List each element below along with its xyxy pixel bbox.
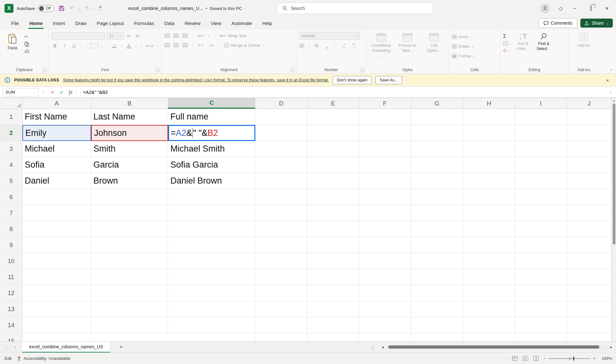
cell-E4[interactable] — [307, 157, 359, 173]
copy-button[interactable]: ⌄ — [24, 42, 33, 47]
font-name-combo[interactable]: ⌄ — [51, 32, 105, 40]
zoom-slider[interactable]: − + — [544, 356, 595, 361]
fill-color-icon[interactable]: ◇ — [111, 42, 118, 49]
cell-F13[interactable] — [359, 301, 411, 317]
collapse-ribbon-chevron[interactable]: ⌄ — [610, 67, 613, 71]
increase-indent-icon[interactable]: ⇥≡ — [208, 42, 215, 49]
cell-H4[interactable] — [463, 157, 515, 173]
cell-G14[interactable] — [411, 317, 463, 333]
vertical-scrollbar[interactable]: ▲ — [612, 98, 616, 341]
cell-I12[interactable] — [515, 285, 567, 301]
horizontal-scrollbar[interactable]: ◄ ► — [381, 344, 613, 350]
cell-I3[interactable] — [515, 141, 567, 157]
save-as-button[interactable]: Save As... — [375, 76, 402, 84]
cell-A9[interactable] — [22, 237, 91, 253]
insert-cells-button[interactable]: ⊞Insert⌄ — [452, 33, 475, 41]
cell-D1[interactable] — [255, 109, 307, 125]
cell-I10[interactable] — [515, 253, 567, 269]
cell-D13[interactable] — [255, 301, 307, 317]
cell-E7[interactable] — [307, 205, 359, 221]
decrease-font-icon[interactable]: A˅ — [135, 32, 142, 39]
insert-function-chevron[interactable]: ⌄ — [75, 91, 78, 94]
cell-G3[interactable] — [411, 141, 463, 157]
cell-I6[interactable] — [515, 189, 567, 205]
cell-F9[interactable] — [359, 237, 411, 253]
cell-C14[interactable] — [168, 317, 255, 333]
cell-G9[interactable] — [411, 237, 463, 253]
increase-decimal-icon[interactable]: ←.0.00 — [340, 42, 347, 49]
cell-D12[interactable] — [255, 285, 307, 301]
cell-I7[interactable] — [515, 205, 567, 221]
row-header-5[interactable]: 5 — [0, 173, 22, 189]
clear-formats-icon[interactable]: abcA — [145, 42, 153, 49]
expand-formula-bar-chevron[interactable]: ⌄ — [609, 90, 616, 94]
cell-I8[interactable] — [515, 221, 567, 237]
cell-B7[interactable] — [91, 205, 168, 221]
cell-G6[interactable] — [411, 189, 463, 205]
cell-B14[interactable] — [91, 317, 168, 333]
cell-H14[interactable] — [463, 317, 515, 333]
tab-view[interactable]: View — [207, 18, 225, 29]
align-left-icon[interactable] — [164, 43, 170, 47]
redo-chevron[interactable]: ⌄ — [93, 7, 95, 10]
cell-D8[interactable] — [255, 221, 307, 237]
cell-J3[interactable] — [567, 141, 612, 157]
cell-C4[interactable]: Sofia Garcia — [168, 157, 255, 173]
cell-C6[interactable] — [168, 189, 255, 205]
row-header-11[interactable]: 11 — [0, 269, 22, 285]
column-header-B[interactable]: B — [91, 98, 168, 109]
accessibility-status[interactable]: Accessibility: Unavailable — [17, 356, 70, 361]
formula-bar-input[interactable]: =A2&" "&B2 — [83, 90, 108, 95]
cell-I13[interactable] — [515, 301, 567, 317]
minimize-button[interactable]: – — [571, 5, 579, 11]
cell-H1[interactable] — [463, 109, 515, 125]
tab-home[interactable]: Home — [25, 18, 47, 29]
cell-A3[interactable]: Michael — [22, 141, 91, 157]
align-middle-icon[interactable] — [173, 33, 179, 38]
cell-G7[interactable] — [411, 205, 463, 221]
cell-F15[interactable] — [359, 333, 411, 341]
cell-B8[interactable] — [91, 221, 168, 237]
cell-H15[interactable] — [463, 333, 515, 341]
clear-button[interactable]: ◇⌄ — [503, 47, 512, 53]
cell-A14[interactable] — [22, 317, 91, 333]
cell-G12[interactable] — [411, 285, 463, 301]
cell-E3[interactable] — [307, 141, 359, 157]
cell-C9[interactable] — [168, 237, 255, 253]
cell-B13[interactable] — [91, 301, 168, 317]
italic-button[interactable]: I — [61, 42, 68, 49]
cell-C2[interactable]: =A2&" "&B2 — [168, 125, 255, 141]
save-button[interactable] — [57, 5, 66, 12]
cell-J4[interactable] — [567, 157, 612, 173]
column-header-I[interactable]: I — [515, 98, 567, 109]
underline-chevron[interactable]: ⌄ — [80, 44, 83, 47]
cell-G8[interactable] — [411, 221, 463, 237]
cell-F11[interactable] — [359, 269, 411, 285]
cell-I1[interactable] — [515, 109, 567, 125]
page-layout-view-icon[interactable] — [523, 356, 528, 361]
decrease-decimal-icon[interactable]: .00→.0 — [350, 42, 357, 49]
cell-B1[interactable]: Last Name — [91, 109, 168, 125]
cell-B2[interactable]: Johnson — [91, 125, 168, 141]
cell-A15[interactable] — [22, 333, 91, 341]
warning-close-icon[interactable]: × — [606, 78, 612, 83]
insert-function-button[interactable]: fx — [66, 89, 75, 95]
confirm-entry-button[interactable]: ✓ — [57, 89, 66, 95]
format-as-table-button[interactable]: Format asTable ⌄ — [398, 32, 417, 65]
row-header-6[interactable]: 6 — [0, 189, 22, 205]
cell-G5[interactable] — [411, 173, 463, 189]
row-header-12[interactable]: 12 — [0, 285, 22, 301]
cell-H5[interactable] — [463, 173, 515, 189]
page-break-view-icon[interactable] — [533, 356, 539, 361]
warning-link[interactable]: Some features might be lost if you save … — [63, 78, 329, 82]
cell-H6[interactable] — [463, 189, 515, 205]
customize-quick-access-button[interactable]: ⌄ — [99, 7, 102, 10]
cell-A13[interactable] — [22, 301, 91, 317]
cell-F6[interactable] — [359, 189, 411, 205]
share-button[interactable]: Share ⌄ — [580, 19, 613, 28]
alignment-dialog-launcher[interactable]: ↘ — [290, 68, 295, 72]
cell-F3[interactable] — [359, 141, 411, 157]
row-header-7[interactable]: 7 — [0, 205, 22, 221]
meet-now-icon[interactable]: ◇ — [559, 5, 563, 12]
column-header-A[interactable]: A — [22, 98, 91, 109]
